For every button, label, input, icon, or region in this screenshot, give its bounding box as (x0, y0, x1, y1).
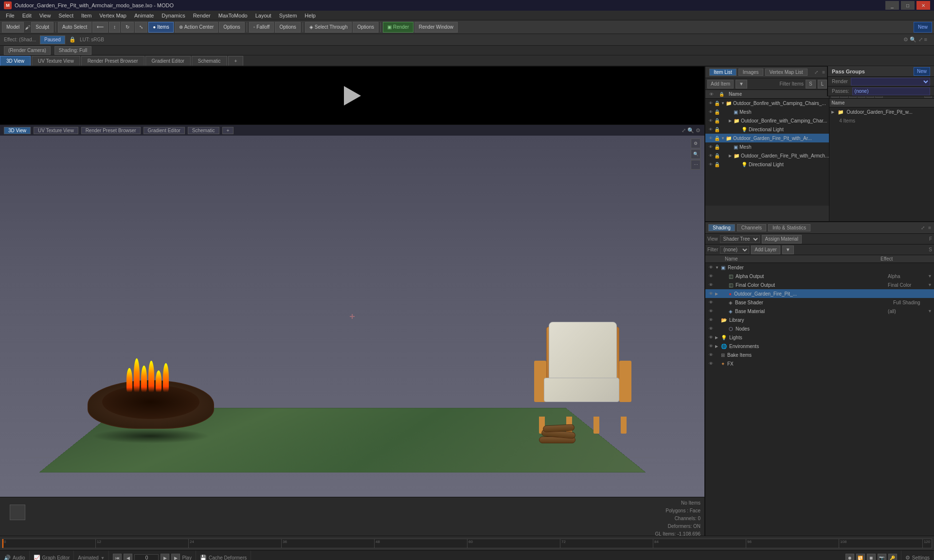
shader-expand-4[interactable]: ▶ (715, 292, 720, 296)
items-button[interactable]: ● Items (148, 22, 174, 33)
tree-item-mesh1[interactable]: 👁 🔒 ▣ Mesh (705, 107, 829, 116)
viewport-render-tab[interactable]: Render Preset Browser (81, 127, 141, 134)
shader-item-fx[interactable]: 👁 · ✦ FX (705, 359, 934, 368)
passes-input[interactable] (852, 88, 930, 95)
menu-file[interactable]: File (2, 12, 18, 19)
groups-expand-arrow[interactable]: ▶ (831, 110, 836, 114)
tree-item-subgroup1[interactable]: 👁 🔒 ▶ 📁 Outdoor_Bonfire_with_Camping_Cha… (705, 116, 829, 125)
visibility-icon-3[interactable]: 👁 (707, 117, 714, 124)
shader-eye-5[interactable]: 👁 (707, 300, 714, 305)
loop-button[interactable]: 🔁 (856, 554, 865, 560)
close-button[interactable]: ✕ (916, 1, 930, 10)
tree-item-firepit[interactable]: 👁 🔒 ▼ 📁 Outdoor_Garden_Fire_Pit_with_Ar.… (705, 134, 829, 142)
tab-render-preset[interactable]: Render Preset Browser (81, 56, 144, 66)
menu-item[interactable]: Item (77, 12, 95, 19)
shader-eye-9[interactable]: 👁 (707, 335, 714, 340)
viewport-schematic-tab[interactable]: Schematic (188, 127, 219, 134)
shader-tab-channels[interactable]: Channels (737, 224, 766, 231)
shader-item-alpha[interactable]: 👁 · ◫ Alpha Output Alpha ▼ (705, 272, 934, 280)
assign-material-button[interactable]: Assign Material (762, 235, 802, 244)
falloff-button[interactable]: ◦ Falloff (249, 22, 274, 33)
render-camera-button[interactable]: (Render Camera) (4, 46, 51, 55)
visibility-icon-2[interactable]: 👁 (707, 108, 714, 115)
shader-eye-2[interactable]: 👁 (707, 274, 714, 279)
auto-select-button[interactable]: Auto Select (58, 22, 91, 33)
record-button[interactable]: ⏺ (845, 554, 854, 560)
shader-eye-6[interactable]: 👁 (707, 309, 714, 314)
pass-new-button[interactable]: New (914, 67, 930, 76)
tree-item-dirlight2[interactable]: 👁 🔒 💡 Directional Light (705, 160, 829, 169)
visibility-icon-6[interactable]: 👁 (707, 143, 714, 150)
frame-input[interactable] (134, 554, 159, 560)
move-button[interactable]: ⟵ (92, 22, 108, 33)
visibility-icon-5[interactable]: 👁 (707, 135, 714, 141)
render-button[interactable]: ▣ Render (383, 22, 413, 33)
tree-item-dirlight1[interactable]: 👁 🔒 💡 Directional Light (705, 125, 829, 134)
shader-item-base-material[interactable]: 👁 · ◈ Base Material (all) ▼ (705, 307, 934, 315)
shader-expand-9[interactable]: ▶ (715, 335, 720, 340)
lock-icon-7[interactable]: 🔒 (714, 153, 721, 158)
stop-button[interactable]: ⏹ (867, 554, 876, 560)
key-button[interactable]: 🔑 (888, 554, 897, 560)
shader-item-environments[interactable]: 👁 ▶ 🌐 Environments (705, 342, 934, 350)
menu-layout[interactable]: Layout (251, 12, 275, 19)
shader-item-library[interactable]: 👁 · 📂 Library (705, 315, 934, 324)
shader-item-final-color[interactable]: 👁 · ◫ Final Color Output Final Color ▼ (705, 280, 934, 289)
tab-add[interactable]: + (228, 56, 244, 66)
options1-button[interactable]: Options (219, 22, 244, 33)
menu-select[interactable]: Select (54, 12, 77, 19)
shader-tab-shading[interactable]: Shading (708, 224, 735, 231)
shader-item-render[interactable]: 👁 ▼ ▣ Render (705, 263, 934, 272)
visibility-icon-4[interactable]: 👁 (707, 126, 714, 133)
shader-eye-1[interactable]: 👁 (707, 265, 714, 270)
menu-animate[interactable]: Animate (130, 12, 158, 19)
step-fwd-button[interactable]: ▶ (161, 554, 169, 560)
groups-item-firepit[interactable]: ▶ 📁 Outdoor_Garden_Fire_Pit_w... (829, 107, 934, 116)
options2-button[interactable]: Options (275, 22, 300, 33)
play-button[interactable]: ▶ (171, 554, 180, 560)
action-center-button[interactable]: ⊕ Action Center (175, 22, 218, 33)
menu-dynamics[interactable]: Dynamics (158, 12, 189, 19)
menu-view[interactable]: View (36, 12, 55, 19)
sculpt-button[interactable]: Sculpt (31, 22, 54, 33)
shader-eye-4[interactable]: 👁 (707, 291, 714, 296)
paused-button[interactable]: Paused (40, 35, 65, 44)
tab-gradient-editor[interactable]: Gradient Editor (145, 56, 191, 66)
lock-icon-1[interactable]: 🔒 (714, 101, 721, 106)
base-mat-dropdown[interactable]: ▼ (928, 309, 932, 314)
shader-eye-7[interactable]: 👁 (707, 317, 714, 322)
lock-icon-2[interactable]: 🔒 (714, 109, 721, 115)
shader-item-lights[interactable]: 👁 ▶ 💡 Lights (705, 333, 934, 342)
expand-5[interactable]: ▼ (721, 136, 726, 140)
3d-viewport[interactable]: 3D View UV Texture View Render Preset Br… (0, 125, 704, 497)
shader-item-bake[interactable]: 👁 · ⊞ Bake Items (705, 350, 934, 359)
shader-filter-select[interactable]: (none) (720, 246, 749, 254)
viewport-zoom-button[interactable]: 🔍 (691, 149, 700, 159)
new-button[interactable]: New (914, 22, 932, 33)
lock-icon-3[interactable]: 🔒 (714, 118, 721, 123)
viewport-more-button[interactable]: ⋯ (691, 160, 700, 170)
color-swatch[interactable] (10, 505, 25, 520)
camera-button[interactable]: 📷 (878, 554, 886, 560)
tab-schematic[interactable]: Schematic (192, 56, 227, 66)
menu-edit[interactable]: Edit (18, 12, 36, 19)
shading-full-button[interactable]: Shading: Full (54, 46, 91, 55)
select-through-button[interactable]: ◈ Select Through (305, 22, 352, 33)
tree-item-subgroup2[interactable]: 👁 🔒 ▶ 📁 Outdoor_Garden_Fire_Pit_with_Arm… (705, 151, 829, 160)
animated-dropdown-icon[interactable]: ▼ (101, 556, 105, 560)
scale-button[interactable]: ⤡ (135, 22, 147, 33)
menu-maxtomodo[interactable]: MaxToModo (215, 12, 251, 19)
menu-vertex-map[interactable]: Vertex Map (95, 12, 130, 19)
viewport-3d-tab[interactable]: 3D View (4, 127, 31, 134)
add-item-button[interactable]: Add Item (707, 80, 734, 88)
tree-item-mesh2[interactable]: 👁 🔒 ▣ Mesh (705, 142, 829, 151)
shader-item-base-shader[interactable]: 👁 · ◈ Base Shader Full Shading (705, 298, 934, 307)
shader-expand-1[interactable]: ▼ (715, 265, 720, 270)
shader-eye-11[interactable]: 👁 (707, 352, 714, 357)
go-start-button[interactable]: ⏮ (113, 554, 122, 560)
shader-eye-3[interactable]: 👁 (707, 282, 714, 287)
viewport-fit-button[interactable]: ⚙ (691, 139, 700, 148)
tab-uv-texture[interactable]: UV Texture View (32, 56, 80, 66)
shader-tab-info[interactable]: Info & Statistics (768, 224, 810, 231)
maximize-button[interactable]: □ (901, 1, 915, 10)
